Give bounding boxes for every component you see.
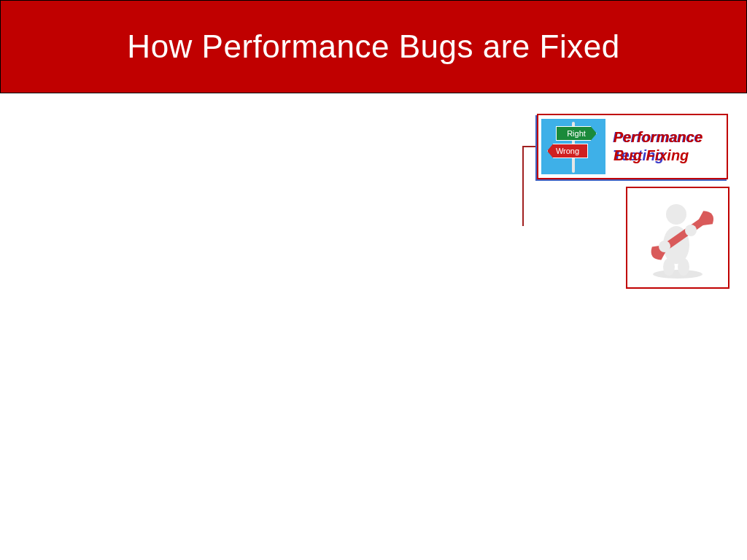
sign-right: Right xyxy=(556,126,597,141)
layer2-line2: Bug Fixing xyxy=(614,147,689,163)
svg-point-3 xyxy=(663,258,675,276)
sign-wrong: Wrong xyxy=(547,144,588,158)
performance-card: Right Wrong Performance Testing Performa… xyxy=(537,114,728,179)
title-bar: How Performance Bugs are Fixed xyxy=(0,0,747,93)
svg-point-0 xyxy=(653,270,703,279)
svg-point-7 xyxy=(685,225,697,236)
slide-title: How Performance Bugs are Fixed xyxy=(127,28,619,65)
signpost-icon: Right Wrong xyxy=(541,119,605,174)
card-text-stack: Performance Testing Performance Bug Fixi… xyxy=(610,118,724,175)
card-text-layer-red: Performance Bug Fixing xyxy=(614,128,703,165)
wrench-figure-icon xyxy=(634,194,721,281)
svg-point-6 xyxy=(659,241,670,252)
svg-point-1 xyxy=(666,204,686,225)
layer2-line1: Performance xyxy=(614,129,703,145)
svg-point-4 xyxy=(678,258,689,276)
figure-card xyxy=(626,187,729,289)
